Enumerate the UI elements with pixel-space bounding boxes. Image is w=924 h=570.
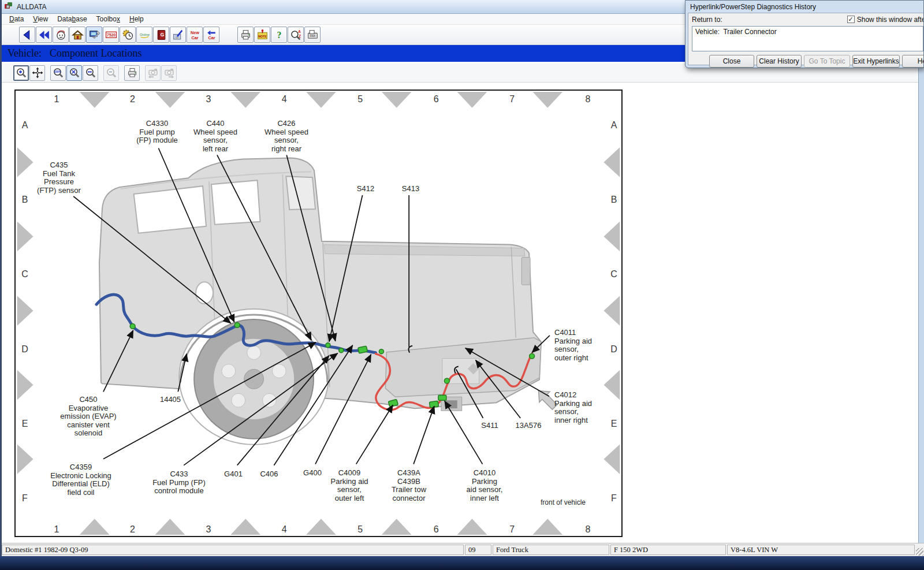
zoom-fit-button[interactable] — [66, 65, 82, 81]
vehicle-report-button[interactable] — [86, 27, 102, 43]
zoom-100-button[interactable]: 100% — [50, 65, 66, 81]
online-button[interactable]: Online — [136, 27, 152, 43]
fax-button[interactable]: FAX — [304, 27, 321, 43]
menu-database[interactable]: Database — [53, 14, 91, 24]
callout-C426[interactable]: C426Wheel speedsensor,right rear — [264, 120, 308, 153]
callout-S411[interactable]: S411 — [481, 422, 498, 430]
show-window-checkbox-label: Show this window after I select a hype — [857, 16, 924, 24]
grid-column-label-bottom: 1 — [54, 524, 59, 535]
gear-clock-icon — [122, 29, 134, 41]
print-button[interactable] — [237, 27, 254, 43]
go-to-topic-button[interactable]: Go To Topic — [804, 55, 850, 68]
menu-help[interactable]: Help — [125, 14, 148, 24]
grid-row-label-left: F — [22, 493, 28, 504]
callout-front-of-vehicle: front of vehicle — [541, 498, 586, 507]
pan-button[interactable] — [29, 65, 45, 81]
badge-7520-icon: 7520 — [105, 29, 117, 41]
mag-100-icon: 100% — [53, 67, 64, 79]
menu-view[interactable]: View — [28, 14, 53, 24]
svg-text:NOTE: NOTE — [258, 34, 267, 38]
grid-row-label-left: A — [22, 120, 28, 131]
home-button[interactable] — [69, 27, 85, 43]
grid-column-label-top: 4 — [282, 94, 287, 105]
note-pin-icon: NOTE — [256, 29, 269, 41]
grid-column-label-bottom: 2 — [130, 524, 135, 535]
zoom-width-button[interactable] — [83, 65, 98, 81]
new-car-button[interactable]: NewCar — [187, 27, 203, 43]
search-az-button[interactable]: AZ — [288, 27, 304, 43]
labor-times-button[interactable] — [120, 27, 136, 43]
parts-labor-button[interactable]: 7520 — [103, 27, 119, 43]
callout-C450[interactable]: C450Evaporativeemission (EVAP)canister v… — [60, 396, 116, 438]
mag-plus-icon — [16, 67, 27, 79]
callout-C406[interactable]: C406 — [260, 470, 278, 479]
grid-row-label-right: B — [611, 195, 617, 205]
dialog-button-row: CloseClear HistoryGo To TopicExit Hyperl… — [692, 55, 923, 68]
show-window-checkbox[interactable]: ✓ — [847, 16, 855, 23]
status-cell-4: V8-4.6L VIN W — [727, 545, 915, 555]
clear-history-button[interactable]: Clear History — [757, 55, 802, 68]
exit-hyperlinks-button[interactable]: Exit Hyperlinks — [852, 55, 900, 68]
grid-column-label-top: 7 — [509, 94, 515, 105]
grid-column-label-bottom: 4 — [282, 524, 287, 535]
next-image-button[interactable] — [161, 65, 177, 81]
online-text-icon: Online — [139, 29, 151, 41]
callout-S413[interactable]: S413 — [402, 185, 419, 193]
assistant-face-icon — [55, 29, 67, 41]
zoom-out-button[interactable] — [103, 65, 119, 81]
assistant-button[interactable] — [53, 27, 69, 43]
svg-text:G: G — [160, 32, 164, 38]
mag-fit-icon — [69, 67, 80, 79]
callout-G400[interactable]: G400 — [303, 469, 322, 478]
camera-left-icon — [147, 67, 159, 79]
print-image-button[interactable] — [124, 65, 140, 81]
callout-C4012[interactable]: C4012Parking aidsensor,inner right — [554, 391, 592, 424]
close-button[interactable]: Close — [709, 55, 754, 68]
callout-C4359[interactable]: C4359Electronic LockingDifferential (ELD… — [50, 463, 111, 497]
callout-C435[interactable]: C435Fuel TankPressure(FTP) sensor — [37, 161, 81, 195]
grid-row-label-left: D — [21, 344, 28, 355]
previous-car-button[interactable]: Car — [203, 27, 219, 43]
help-button[interactable]: Help — [902, 55, 924, 68]
zoom-in-button[interactable] — [13, 65, 29, 81]
dialog-body: Return to: ✓ Show this window after I se… — [688, 13, 923, 65]
hyperlink-history-dialog: Hyperlink/PowerStep Diagnostics History … — [685, 0, 924, 68]
grid-row-label-left: B — [22, 195, 28, 205]
return-to-label: Return to: — [692, 16, 722, 24]
callout-C439A-C439B[interactable]: C439AC439BTrailer towconnector — [392, 469, 426, 502]
pen-pad-icon — [172, 29, 184, 41]
mag-minus-icon — [106, 67, 117, 79]
dialog-title: Hyperlink/PowerStep Diagnostics History — [690, 3, 816, 11]
grid-column-label-bottom: 8 — [586, 524, 591, 535]
callout-C4330[interactable]: C4330Fuel pump(FP) module — [136, 120, 178, 145]
grid-column-label-top: 6 — [434, 94, 439, 105]
svg-text:FAX: FAX — [310, 35, 316, 38]
back-button[interactable] — [19, 27, 35, 43]
history-listbox[interactable]: Vehicle: Trailer Connector — [692, 26, 923, 51]
mag-width-icon — [85, 67, 96, 79]
history-back-button[interactable] — [36, 27, 52, 43]
content-area: 1122334455667788AABBCCDDEEFF C4330Fuel p… — [2, 83, 924, 543]
resize-grip[interactable] — [916, 548, 923, 556]
svg-text:Z: Z — [299, 34, 301, 38]
history-item[interactable]: Vehicle: Trailer Connector — [694, 27, 921, 36]
callout-C433[interactable]: C433Fuel Pump (FP)control module — [152, 470, 206, 496]
help-button[interactable]: ? — [271, 27, 287, 43]
callout-C4011[interactable]: C4011Parking aidsensor,outer right — [554, 329, 592, 362]
note-hotkey-button[interactable]: NOTE — [254, 27, 270, 43]
glossary-button[interactable]: G — [153, 27, 169, 43]
callout-C4010[interactable]: C4010Parkingaid sensor,inner left — [467, 469, 503, 502]
prev-image-button[interactable] — [145, 65, 161, 81]
callout-13A576[interactable]: 13A576 — [516, 422, 542, 430]
menu-toolbox[interactable]: Toolbox — [92, 14, 125, 24]
dialog-title-bar[interactable]: Hyperlink/PowerStep Diagnostics History — [685, 1, 923, 12]
page-title: Component Locations — [50, 47, 141, 59]
vehicle-label: Vehicle: — [8, 47, 42, 59]
callout-14405[interactable]: 14405 — [160, 396, 181, 404]
callout-C4009[interactable]: C4009Parking aidsensor,outer left — [330, 469, 368, 502]
callout-S412[interactable]: S412 — [357, 185, 374, 193]
menu-data[interactable]: Data — [5, 14, 28, 24]
callout-C440[interactable]: C440Wheel speedsensor,left rear — [193, 120, 237, 153]
notes-button[interactable] — [170, 27, 186, 43]
callout-G401[interactable]: G401 — [224, 470, 243, 479]
